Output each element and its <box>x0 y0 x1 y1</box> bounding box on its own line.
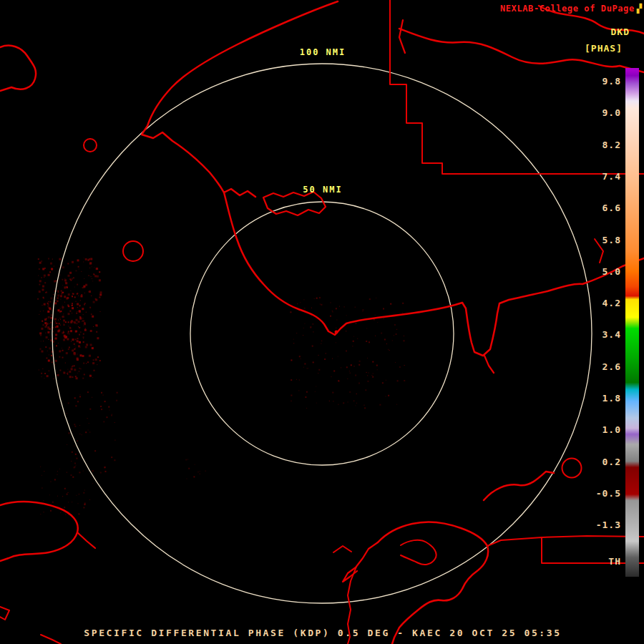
radar-echo-speckle <box>384 339 386 341</box>
radar-echo-speckle <box>47 351 48 351</box>
radar-echo-speckle <box>48 370 49 371</box>
radar-echo-speckle <box>83 286 85 288</box>
radar-echo-speckle <box>81 369 82 369</box>
radar-echo-speckle <box>365 389 366 391</box>
colorbar-tick: 1.0 <box>585 424 621 435</box>
radar-echo-speckle <box>367 375 368 376</box>
radar-echo-speckle <box>301 358 301 359</box>
radar-echo-speckle <box>91 313 92 315</box>
radar-echo-speckle <box>111 415 112 416</box>
radar-echo-speckle <box>200 471 200 472</box>
radar-echo-speckle <box>92 483 93 484</box>
radar-echo-speckle <box>364 407 366 409</box>
radar-echo-speckle <box>49 354 49 355</box>
radar-echo-speckle <box>72 349 74 351</box>
radar-echo-speckle <box>92 470 94 472</box>
radar-echo-speckle <box>57 301 58 302</box>
map-boundary-line <box>263 192 326 215</box>
radar-echo-speckle <box>74 369 76 371</box>
radar-echo-speckle <box>85 431 87 433</box>
radar-echo-speckle <box>382 382 384 384</box>
radar-echo-speckle <box>57 496 58 497</box>
radar-echo-speckle <box>72 366 73 368</box>
radar-echo-speckle <box>82 308 84 310</box>
radar-echo-speckle <box>62 348 62 348</box>
radar-echo-speckle <box>84 504 86 505</box>
radar-echo-speckle <box>72 307 74 309</box>
radar-echo-speckle <box>64 323 64 323</box>
radar-echo-speckle <box>308 368 308 369</box>
radar-echo-speckle <box>60 311 62 312</box>
radar-echo-speckle <box>77 259 79 261</box>
radar-echo-speckle <box>82 321 82 322</box>
radar-echo-speckle <box>79 371 79 372</box>
radar-echo-speckle <box>62 285 63 286</box>
radar-echo-speckle <box>349 371 350 371</box>
radar-echo-speckle <box>316 298 318 299</box>
radar-echo-speckle <box>99 279 101 281</box>
radar-echo-speckle <box>386 343 387 344</box>
radar-echo-speckle <box>76 377 78 379</box>
radar-echo-speckle <box>84 329 87 331</box>
radar-echo-speckle <box>54 364 55 365</box>
radar-echo-speckle <box>293 339 294 340</box>
map-boundary-line <box>484 472 554 500</box>
radar-echo-speckle <box>351 364 352 366</box>
radar-echo-speckle <box>388 395 389 396</box>
radar-echo-speckle <box>64 302 65 303</box>
radar-echo-speckle <box>39 280 42 282</box>
radar-echo-speckle <box>76 465 77 466</box>
radar-echo-speckle <box>70 291 71 291</box>
radar-echo-speckle <box>72 261 74 263</box>
radar-echo-speckle <box>54 479 56 480</box>
radar-echo-speckle <box>82 378 84 379</box>
radar-echo-speckle <box>79 327 80 328</box>
radar-echo-speckle <box>75 331 77 333</box>
radar-echo-speckle <box>93 301 95 303</box>
radar-echo-speckle <box>297 303 298 304</box>
radar-echo-speckle <box>48 306 49 307</box>
radar-echo-speckle <box>39 262 42 264</box>
radar-echo-speckle <box>346 315 347 316</box>
radar-echo-speckle <box>52 502 54 503</box>
radar-echo-speckle <box>39 370 39 371</box>
radar-echo-speckle <box>350 373 351 374</box>
radar-echo-speckle <box>75 338 77 340</box>
radar-echo-speckle <box>92 266 92 267</box>
radar-echo-speckle <box>84 490 85 491</box>
colorbar-tick: -0.5 <box>585 488 621 499</box>
radar-echo-speckle <box>51 355 52 356</box>
radar-echo-speckle <box>303 335 303 336</box>
radar-echo-speckle <box>369 298 371 300</box>
radar-echo-speckle <box>312 323 313 325</box>
radar-echo-speckle <box>346 331 346 331</box>
radar-echo-speckle <box>99 297 100 298</box>
map-boundary-line <box>142 1 338 197</box>
radar-echo-speckle <box>49 308 52 310</box>
radar-echo-speckle <box>42 376 42 377</box>
radar-echo-speckle <box>69 371 71 373</box>
radar-echo-speckle <box>369 341 370 343</box>
radar-echo-speckle <box>290 311 291 313</box>
radar-echo-speckle <box>50 510 52 512</box>
radar-echo-speckle <box>85 328 86 329</box>
radar-echo-speckle <box>60 512 61 513</box>
radar-echo-speckle <box>47 303 49 304</box>
radar-echo-speckle <box>82 320 84 322</box>
radar-echo-speckle <box>87 391 89 393</box>
radar-echo-speckle <box>55 338 57 340</box>
radar-echo-speckle <box>79 306 80 307</box>
radar-echo-speckle <box>69 278 71 280</box>
radar-echo-speckle <box>377 322 378 323</box>
radar-echo-speckle <box>65 514 66 515</box>
map-boundary-line <box>77 532 95 548</box>
radar-echo-speckle <box>74 426 76 427</box>
radar-echo-speckle <box>83 314 84 315</box>
station-logo-icon: ▞ <box>637 4 642 14</box>
radar-echo-speckle <box>78 513 79 514</box>
radar-echo-speckle <box>71 474 72 476</box>
radar-echo-speckle <box>90 308 91 308</box>
radar-echo-speckle <box>303 367 304 368</box>
radar-echo-speckle <box>303 299 304 300</box>
radar-echo-speckle <box>79 494 79 494</box>
